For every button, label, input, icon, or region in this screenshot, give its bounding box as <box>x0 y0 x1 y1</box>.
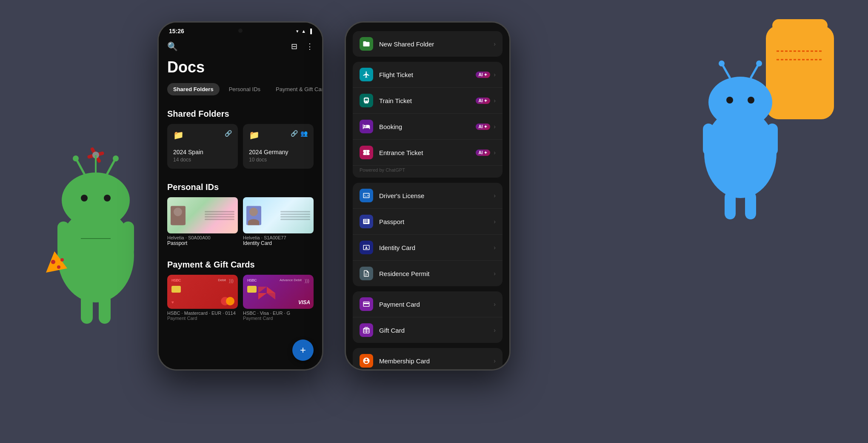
svg-rect-8 <box>57 222 69 256</box>
payment-card-visa[interactable]: HSBC Advance Debit ))) VISA <box>243 275 314 321</box>
menu-item-gift-card[interactable]: Gift Card › <box>353 317 503 343</box>
mastercard-circles <box>221 297 234 305</box>
folder-actions: 🔗 <box>225 130 232 137</box>
menu-item-new-folder[interactable]: New Shared Folder › <box>353 31 503 57</box>
fab-plus-icon: + <box>300 344 306 356</box>
battery-icon: ▐ <box>308 29 312 34</box>
svg-marker-40 <box>258 287 267 293</box>
id-card-identity[interactable]: Helvetia · S1A00E77 Identity Card <box>243 197 314 246</box>
hsbc-logo-2: HSBC <box>247 278 257 282</box>
tab-payment[interactable]: Payment & Gift Car... <box>270 83 322 95</box>
residence-permit-icon <box>360 267 373 280</box>
chevron-passport: › <box>494 218 496 225</box>
chevron-membership: › <box>494 357 496 364</box>
search-icon[interactable]: 🔍 <box>167 41 178 52</box>
powered-by-text: Powered by ChatGPT <box>353 166 503 178</box>
menu-item-drivers-license[interactable]: Driver's License › <box>353 183 503 209</box>
chevron-drivers: › <box>494 192 496 199</box>
svg-point-26 <box>708 77 772 128</box>
android-mascot-left <box>21 77 170 375</box>
folder-card-germany[interactable]: 📁 🔗 👥 2024 Germany 10 docs <box>243 124 314 169</box>
fab-button[interactable]: + <box>292 339 314 361</box>
menu-item-passport[interactable]: Passport › <box>353 209 503 235</box>
tabs-bar: Shared Folders Personal IDs Payment & Gi… <box>159 83 322 102</box>
phone-left: 15:26 ▾ ▲ ▐ 🔍 ⊟ ⋮ Docs Shared Folders <box>157 21 323 371</box>
folder-name: 2024 Spain <box>173 149 232 155</box>
drivers-license-icon <box>360 189 373 202</box>
entrance-icon <box>360 146 373 159</box>
nfc-icon-1: ))) <box>229 278 234 283</box>
menu-item-train[interactable]: Train Ticket AI ✦ › <box>353 88 503 114</box>
identity-photo <box>246 206 261 225</box>
mastercard-type: Payment Card <box>167 316 238 321</box>
svg-rect-34 <box>767 124 778 155</box>
svg-line-6 <box>107 160 115 174</box>
menu-item-booking[interactable]: Booking AI ✦ › <box>353 114 503 140</box>
svg-rect-9 <box>122 222 134 256</box>
passport-menu-icon <box>360 215 373 228</box>
menu-item-membership[interactable]: Membership Card › <box>353 348 503 369</box>
membership-label: Membership Card <box>379 357 494 365</box>
card-chip-2 <box>247 286 257 293</box>
svg-rect-10 <box>81 294 93 324</box>
payment-card-mastercard[interactable]: HSBC Debit ))) ♥ HSBC · <box>167 275 238 321</box>
link-icon-2[interactable]: 🔗 <box>291 130 298 137</box>
tab-personal-ids[interactable]: Personal IDs <box>223 83 266 95</box>
folder-actions-2: 🔗 👥 <box>291 130 308 137</box>
menu-item-identity-card[interactable]: Identity Card › <box>353 235 503 261</box>
svg-point-2 <box>81 195 88 201</box>
folder-card-spain[interactable]: 📁 🔗 2024 Spain 14 docs <box>167 124 238 169</box>
svg-marker-37 <box>267 287 275 293</box>
tab-shared-folders[interactable]: Shared Folders <box>167 83 220 95</box>
share-icon[interactable]: 👥 <box>300 130 308 137</box>
link-icon[interactable]: 🔗 <box>225 130 232 137</box>
chevron-residence: › <box>494 270 496 277</box>
folders-grid: 📁 🔗 2024 Spain 14 docs 📁 🔗 <box>159 124 322 169</box>
scroll-content: Shared Folders 📁 🔗 2024 Spain 14 docs <box>159 102 322 369</box>
camera-notch <box>238 29 243 33</box>
svg-rect-21 <box>766 26 834 119</box>
signal-icon: ▲ <box>301 29 306 34</box>
id-card-passport[interactable]: Helvetia · S0A00A00 Passport <box>167 197 238 246</box>
layout-icon[interactable]: ⊟ <box>291 42 297 51</box>
shared-folders-title: Shared Folders <box>159 102 322 124</box>
phone-screen-right: New Shared Folder › Flight Ticket AI ✦ › <box>346 23 509 369</box>
chevron-identity: › <box>494 244 496 251</box>
svg-point-27 <box>726 97 733 104</box>
chevron-gift: › <box>494 327 496 334</box>
residence-permit-label: Residence Permit <box>379 270 494 277</box>
app-toolbar: 🔍 ⊟ ⋮ <box>159 38 322 55</box>
status-icons: ▾ ▲ ▐ <box>296 29 312 34</box>
svg-marker-38 <box>258 293 267 299</box>
svg-point-18 <box>51 260 55 264</box>
identity-lines <box>280 211 310 220</box>
more-icon[interactable]: ⋮ <box>306 42 314 51</box>
folder-count-2: 10 docs <box>249 157 308 163</box>
svg-rect-22 <box>772 19 828 32</box>
passport-image <box>167 197 238 233</box>
menu-item-residence-permit[interactable]: Residence Permit › <box>353 261 503 286</box>
svg-marker-39 <box>267 293 275 299</box>
passport-type: Passport <box>167 240 238 246</box>
menu-item-payment-card[interactable]: Payment Card › <box>353 291 503 317</box>
membership-icon <box>360 354 373 368</box>
identity-card-icon <box>360 241 373 254</box>
visa-logo: VISA <box>298 299 310 305</box>
visa-name: HSBC · Visa · EUR · G <box>243 311 314 316</box>
menu-section-travel: Flight Ticket AI ✦ › Train Ticket AI ✦ › <box>353 62 503 178</box>
phone-screen-left: 15:26 ▾ ▲ ▐ 🔍 ⊟ ⋮ Docs Shared Folders <box>159 23 322 369</box>
chevron-entrance: › <box>494 149 496 156</box>
status-time: 15:26 <box>169 28 184 35</box>
chevron-flight: › <box>494 71 496 78</box>
menu-section-membership: Membership Card › Loyalty Card › <box>353 348 503 369</box>
menu-item-entrance[interactable]: Entrance Ticket AI ✦ › <box>353 140 503 166</box>
page-title: Docs <box>167 58 314 76</box>
svg-rect-35 <box>725 192 736 219</box>
menu-item-flight[interactable]: Flight Ticket AI ✦ › <box>353 62 503 88</box>
svg-point-19 <box>57 265 60 269</box>
ai-badge-text: AI ✦ <box>479 72 488 77</box>
personal-ids-title: Personal IDs <box>159 175 322 197</box>
folder-icon: 📁 <box>173 130 184 140</box>
ai-badge-flight: AI ✦ <box>476 72 491 78</box>
phone-right: New Shared Folder › Flight Ticket AI ✦ › <box>345 21 511 371</box>
